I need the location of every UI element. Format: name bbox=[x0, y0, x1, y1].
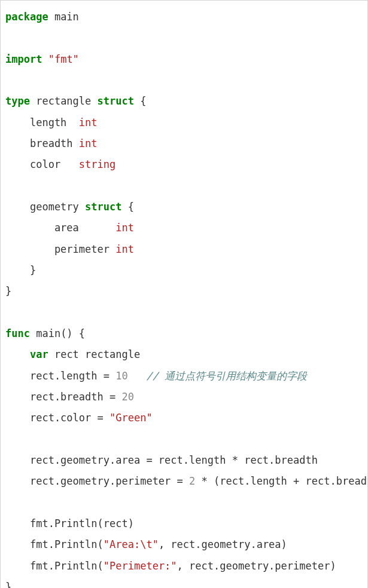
token-kw: var bbox=[30, 348, 48, 360]
token-plain: fmt.Println( bbox=[5, 538, 104, 550]
token-plain: rect.breadth = bbox=[5, 391, 121, 403]
token-plain bbox=[42, 53, 48, 65]
token-plain: area bbox=[5, 222, 115, 234]
token-plain: , rect.geometry.perimeter) bbox=[177, 560, 336, 572]
token-num: 20 bbox=[121, 391, 133, 403]
token-plain: length bbox=[5, 117, 79, 128]
token-kw: func bbox=[5, 327, 30, 339]
token-plain bbox=[128, 370, 147, 382]
token-plain: rect.geometry.perimeter = bbox=[5, 475, 189, 487]
token-str: "Perimeter:" bbox=[104, 560, 177, 572]
token-comment: // 通过点符号引用结构变量的字段 bbox=[146, 370, 307, 382]
token-type-name: int bbox=[115, 222, 134, 234]
token-plain: rect rectangle bbox=[48, 348, 141, 360]
token-num: 10 bbox=[115, 370, 127, 382]
token-plain: fmt.Println(rect) bbox=[5, 517, 134, 529]
token-plain: fmt.Println( bbox=[5, 560, 104, 572]
token-kw: import bbox=[5, 53, 42, 65]
token-str: "fmt" bbox=[48, 53, 79, 65]
token-plain: perimeter bbox=[5, 243, 115, 255]
token-plain: * (rect.length + rect.breadth) bbox=[195, 475, 368, 487]
token-str: "Area:\t" bbox=[104, 538, 159, 550]
token-plain: color bbox=[5, 158, 79, 170]
token-type-name: int bbox=[79, 137, 98, 149]
token-plain: rectangle bbox=[30, 95, 98, 107]
token-plain: main bbox=[48, 11, 79, 23]
token-plain: rect.color = bbox=[5, 412, 110, 424]
token-plain: rect.length = bbox=[5, 370, 115, 382]
token-plain: { bbox=[134, 95, 146, 107]
token-plain bbox=[5, 348, 30, 360]
code-block: package main import "fmt" type rectangle… bbox=[0, 0, 368, 588]
token-plain: breadth bbox=[5, 137, 79, 149]
token-str: "Green" bbox=[110, 412, 153, 424]
token-kw: struct bbox=[98, 95, 134, 107]
token-type-name: string bbox=[79, 158, 115, 170]
token-type-name: int bbox=[115, 243, 134, 255]
token-plain: { bbox=[121, 201, 133, 213]
token-plain: } bbox=[5, 285, 11, 297]
token-kw: struct bbox=[85, 201, 121, 213]
token-plain: } bbox=[5, 581, 11, 588]
token-plain: } bbox=[5, 264, 36, 276]
token-plain: rect.geometry.area = rect.length * rect.… bbox=[5, 454, 318, 466]
token-kw: package bbox=[5, 11, 48, 23]
token-plain: geometry bbox=[5, 201, 85, 213]
token-kw: type bbox=[5, 95, 30, 107]
token-plain: main() { bbox=[30, 327, 85, 339]
token-plain: , rect.geometry.area) bbox=[159, 538, 287, 550]
token-num: 2 bbox=[189, 475, 195, 487]
token-type-name: int bbox=[79, 117, 98, 128]
code-content: package main import "fmt" type rectangle… bbox=[5, 11, 368, 588]
